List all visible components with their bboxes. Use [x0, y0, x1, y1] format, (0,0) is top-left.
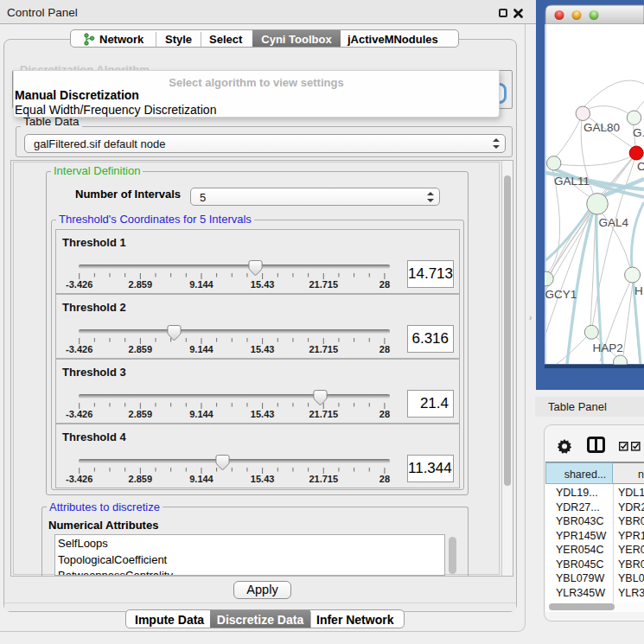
- svg-text:GAL4: GAL4: [599, 216, 629, 229]
- svg-text:HAP2: HAP2: [593, 341, 623, 354]
- svg-text:G.: G.: [633, 126, 644, 139]
- svg-text:C: C: [637, 160, 644, 173]
- svg-text:GAL80: GAL80: [583, 121, 620, 134]
- svg-text:GAL11: GAL11: [554, 175, 590, 188]
- svg-text:GCY1: GCY1: [545, 288, 577, 301]
- svg-text:H: H: [634, 284, 643, 297]
